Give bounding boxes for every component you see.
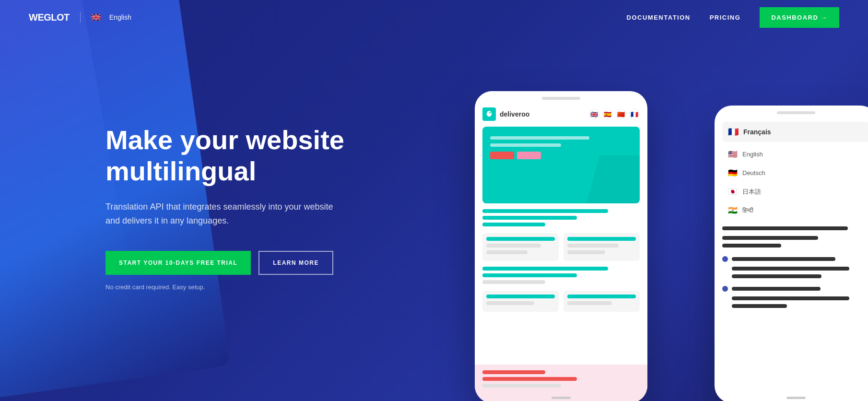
flag-fr[interactable]: 🇫🇷	[629, 109, 640, 119]
hero-subtitle: Translation API that integrates seamless…	[106, 200, 336, 228]
dashboard-button[interactable]: DASHBOARD →	[760, 7, 839, 28]
pricing-link[interactable]: PRICING	[710, 14, 741, 21]
navbar-right: DOCUMENTATION PRICING DASHBOARD →	[627, 7, 839, 28]
blue-dot-1	[722, 256, 728, 262]
phone-card-3	[482, 291, 559, 312]
dot-row-1	[722, 256, 868, 262]
phone-card-2	[563, 233, 640, 261]
phone-hero-image	[482, 127, 640, 203]
deliveroo-logo: deliveroo	[482, 107, 529, 121]
language-flag-icon	[91, 14, 101, 21]
hero-title: Make your website multilingual	[106, 125, 355, 187]
phone-card-4	[563, 291, 640, 312]
flag-cn[interactable]: 🇨🇳	[616, 109, 626, 119]
blue-dot-2	[722, 286, 728, 292]
selected-flag: 🇫🇷	[728, 127, 739, 137]
selected-lang-name: Français	[743, 128, 771, 136]
phone-second: 🇫🇷 Français 🇺🇸 English 🇩🇪 Deutsch 🇯🇵 日本語	[715, 106, 868, 401]
flag-de-icon: 🇩🇪	[728, 168, 738, 177]
phone-content-2	[482, 267, 640, 284]
phone-second-home-indicator	[786, 397, 806, 399]
phone-header: deliveroo 🇬🇧 🇪🇸 🇨🇳 🇫🇷	[482, 107, 640, 121]
learn-more-button[interactable]: LEARN MORE	[258, 251, 333, 275]
trial-button[interactable]: START YOUR 10-DAYS FREE TRIAL	[106, 251, 251, 275]
lang-option-in[interactable]: 🇮🇳 हिन्दी	[722, 202, 868, 219]
lang-dropdown-selected[interactable]: 🇫🇷 Français	[722, 122, 868, 142]
flag-es[interactable]: 🇪🇸	[602, 109, 613, 119]
lang-option-en[interactable]: 🇺🇸 English	[722, 146, 868, 163]
language-label[interactable]: English	[109, 13, 131, 21]
lang-en-label: English	[742, 151, 763, 158]
svg-point-1	[490, 112, 491, 114]
phone-card-1	[482, 233, 559, 261]
phone-main: deliveroo 🇬🇧 🇪🇸 🇨🇳 🇫🇷	[475, 91, 647, 401]
lang-de-label: Deutsch	[742, 169, 765, 177]
lang-flags-row: 🇬🇧 🇪🇸 🇨🇳 🇫🇷	[589, 109, 640, 119]
lang-option-de[interactable]: 🇩🇪 Deutsch	[722, 165, 868, 181]
lang-option-jp[interactable]: 🇯🇵 日本語	[722, 183, 868, 200]
deliveroo-icon	[482, 107, 496, 121]
flag-in-icon: 🇮🇳	[728, 206, 738, 215]
flag-jp-icon: 🇯🇵	[728, 187, 738, 196]
hero-content: Make your website multilingual Translati…	[0, 0, 360, 401]
phone-cta-red	[490, 152, 514, 159]
phones-container: deliveroo 🇬🇧 🇪🇸 🇨🇳 🇫🇷	[436, 38, 868, 401]
phone-home-indicator	[551, 397, 571, 399]
phone-footer-bar	[475, 365, 647, 401]
no-credit-card-text: No credit card required. Easy setup.	[106, 283, 360, 291]
cta-buttons: START YOUR 10-DAYS FREE TRIAL LEARN MORE	[106, 251, 360, 275]
navbar: WEGLOT English DOCUMENTATION PRICING DAS…	[0, 0, 868, 35]
lang-separator	[80, 12, 81, 23]
dot-row-2	[722, 286, 868, 292]
deliveroo-name: deliveroo	[500, 110, 529, 118]
flag-en[interactable]: 🇬🇧	[589, 109, 599, 119]
phone-content-1	[482, 209, 640, 226]
logo[interactable]: WEGLOT	[29, 12, 70, 23]
phone-grid-2	[482, 291, 640, 312]
phone-grid	[482, 233, 640, 261]
lang-jp-label: 日本語	[742, 188, 761, 196]
second-phone-skeleton	[722, 226, 868, 308]
lang-in-label: हिन्दी	[742, 207, 753, 214]
documentation-link[interactable]: DOCUMENTATION	[627, 14, 691, 21]
navbar-left: WEGLOT English	[29, 12, 131, 23]
flag-us-icon: 🇺🇸	[728, 150, 738, 159]
phone-cta-pink	[517, 152, 541, 159]
